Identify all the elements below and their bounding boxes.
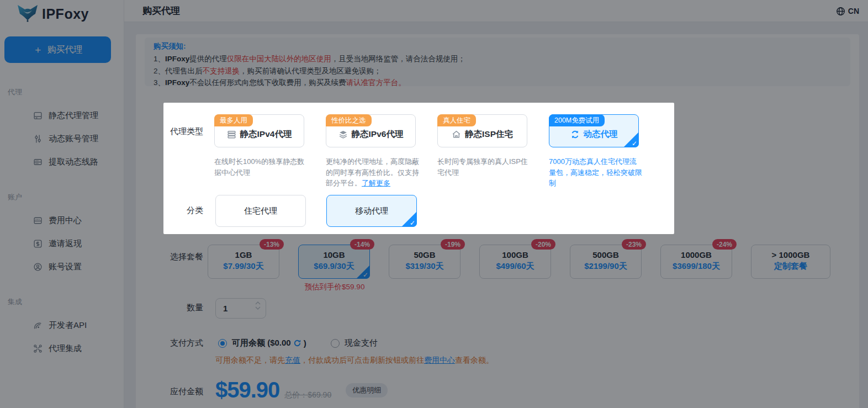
proxy-type-options: 最多人用 静态IPv4代理 性价比之选 静态IPv6代理 真人住宅 静态ISP住… [214,114,639,147]
quantity-stepper [215,298,266,319]
discount-badge: -24% [712,239,737,250]
plan-card-1gb[interactable]: -13% 1GB $7.99/30天 [208,245,279,279]
type-badge: 最多人用 [214,114,253,126]
sidebar-item-billing-center[interactable]: 费用中心 [33,214,82,226]
type-badge: 真人住宅 [437,114,476,126]
sidebar-item-developer-api[interactable]: 开发者API [33,319,87,331]
proxy-type-label: 代理类型 [136,126,203,137]
type-card-dynamic[interactable]: 200M免费试用 动态代理 ✓ [549,114,639,147]
plan-card-100gb[interactable]: -20% 100GB $499/60天 [479,245,551,279]
house-icon [452,130,461,139]
buy-proxy-button[interactable]: ＋ 购买代理 [4,36,111,63]
brand-name: IPFoxy [42,6,89,22]
sidebar-item-static-proxy[interactable]: 静态代理管理 [33,109,98,121]
brand-logo[interactable]: IPFoxy [17,4,89,23]
discount-badge: -23% [622,239,646,250]
payment-option-cash[interactable]: 现金支付 [331,338,378,348]
plus-icon: ＋ [33,43,43,56]
plan-card-1000gb[interactable]: -24% 1000GB $3699/180天 [660,245,732,279]
server-icon [33,111,43,120]
category-options: 住宅代理 移动代理 ✓ [215,195,417,227]
discount-badge: -13% [260,239,284,250]
type-desc-static-isp: 长时间专属独享的真人ISP住宅代理 [437,156,531,189]
language-switcher[interactable]: CN [836,0,859,22]
sidebar: IPFoxy ＋ 购买代理 代理 静态代理管理 动态账号管理 提取动态线路 账户… [0,0,124,408]
category-mobile[interactable]: 移动代理 ✓ [326,195,417,227]
type-desc-dynamic: 7000万动态真人住宅代理流量包，高速稳定，轻松突破限制 [549,156,643,189]
notice-line-2: 2、代理售出后不支持退换，购买前请确认代理类型及地区避免误购； [154,65,841,77]
type-desc-static-ipv4: 在线时长100%的独享静态数据中心代理 [214,156,308,189]
total-price: $59.90 [215,378,279,402]
payment-option-balance[interactable]: 可用余额 ($0.00 ) [218,338,306,348]
proxy-type-descriptions: 在线时长100%的独享静态数据中心代理 更纯净的代理地址，高度隐蔽的同时享有高性… [214,156,643,189]
user-icon [33,262,43,272]
radio-selected[interactable] [218,339,227,348]
discount-badge: -19% [441,239,465,250]
type-card-static-ipv4[interactable]: 最多人用 静态IPv4代理 [214,114,304,147]
sidebar-item-dynamic-account[interactable]: 动态账号管理 [33,133,98,145]
sliders-icon [33,134,43,144]
balance-warning: 可用余额不足，请先充值，付款成功后可点击刷新按钮或前往费用中心查看余额。 [215,356,494,365]
notice-line-1: 1、IPFoxy提供的代理仅限在中国大陆以外的地区使用，且受当地网络监管，请合法… [154,53,841,65]
language-label: CN [848,7,859,15]
radio-unselected[interactable] [331,339,340,348]
sidebar-item-referral[interactable]: 邀请返现 [33,237,82,250]
quantity-label: 数量 [136,303,203,313]
selected-check-icon: ✓ [623,132,639,147]
refresh-balance-icon[interactable] [293,339,301,347]
stepper-down-icon[interactable] [255,306,261,310]
type-card-static-ipv6[interactable]: 性价比之选 静态IPv6代理 [326,114,416,147]
type-desc-static-ipv6: 更纯净的代理地址，高度隐蔽的同时享有高性价比。仅支持部分平台。了解更多 [326,156,420,189]
type-badge: 性价比之选 [326,114,372,126]
billing-center-link[interactable]: 费用中心 [424,356,455,364]
server-stack-icon [227,130,236,139]
category-residential[interactable]: 住宅代理 [215,195,306,227]
plan-card-custom[interactable]: > 1000GB 定制套餐 [751,245,830,279]
discount-badge: -14% [350,239,374,250]
payment-options: 可用余额 ($0.00 ) 现金支付 [218,338,378,348]
total-label: 应付金额 [136,386,203,397]
category-label: 分类 [136,205,203,216]
sidebar-item-proxy-integration[interactable]: 代理集成 [33,342,82,354]
plan-card-500gb[interactable]: -23% 500GB $2199/90天 [570,245,642,279]
plan-label: 选择套餐 [136,252,203,262]
payment-method-label: 支付方式 [136,338,203,348]
dollar-square-icon [33,239,43,248]
nodes-icon [33,344,43,353]
page-title: 购买代理 [142,0,180,22]
refresh-icon [570,130,580,139]
nav-section-proxy: 代理 [8,87,22,97]
globe-icon [836,7,845,16]
layers-icon [338,130,348,139]
nav-section-account: 账户 [8,192,22,202]
credit-card-icon [33,216,43,225]
plan-card-50gb[interactable]: -19% 50GB $319/30天 [389,245,461,279]
plan-card-10gb[interactable]: -14% 10GB $69.9/30天 ✓ [298,245,370,279]
nav-section-integration: 集成 [8,297,22,307]
original-price: 总价：$69.90 [284,390,331,400]
rows-icon [33,157,43,167]
stepper-up-icon[interactable] [255,301,261,305]
estimated-price-note: 预估到手价$59.90 [285,282,384,292]
discount-detail-button[interactable]: 优惠明细 [346,383,388,398]
top-bar: 购买代理 CN [124,0,868,22]
total-section: $59.90 总价：$69.90 优惠明细 [215,378,388,402]
discount-badge: -20% [531,239,555,250]
recharge-link[interactable]: 充值 [285,356,300,364]
plan-options: -13% 1GB $7.99/30天 -14% 10GB $69.9/30天 ✓… [208,245,830,279]
purchase-notice: 购买须知: 1、IPFoxy提供的代理仅限在中国大陆以外的地区使用，且受当地网络… [145,38,850,86]
sidebar-item-account-settings[interactable]: 账号设置 [33,261,82,273]
notice-title: 购买须知: [154,41,841,51]
broadcast-icon [33,321,43,330]
fox-icon [17,4,39,23]
notice-line-3: 3、IPFoxy不会以任何形式向您线下收取费用，购买及续费请认准官方平台。 [154,77,841,89]
type-badge: 200M免费试用 [549,114,605,126]
selected-check-icon: ✓ [401,211,417,227]
learn-more-link[interactable]: 了解更多 [362,179,390,187]
type-card-static-isp[interactable]: 真人住宅 静态ISP住宅 [437,114,527,147]
sidebar-item-extract-lines[interactable]: 提取动态线路 [33,156,98,168]
